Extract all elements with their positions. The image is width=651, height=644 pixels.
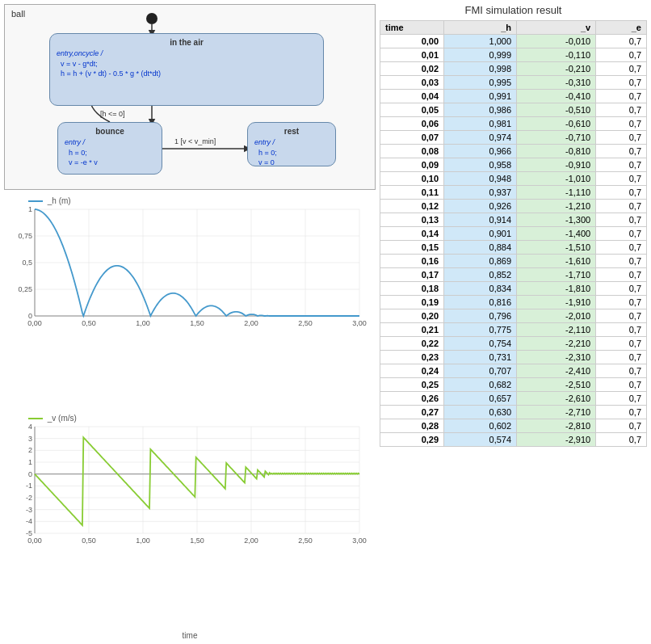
- table-body: 0,00 1,000 -0,010 0,7 0,01 0,999 -0,110 …: [380, 35, 647, 447]
- cell-v: -1,810: [517, 282, 596, 296]
- table-row: 0,21 0,775 -2,110 0,7: [380, 323, 647, 337]
- cell-v: -1,400: [517, 227, 596, 241]
- table-row: 0,11 0,937 -1,110 0,7: [380, 186, 647, 200]
- table-row: 0,24 0,707 -2,410 0,7: [380, 364, 647, 378]
- cell-h: 0,914: [444, 213, 517, 227]
- cell-v: -1,300: [517, 213, 596, 227]
- svg-text:[h <= 0]: [h <= 0]: [100, 110, 125, 118]
- cell-e: 0,7: [596, 131, 647, 145]
- diagram-container: ball [h <= 0] 1 [v < v_min] 2 always: [4, 4, 376, 190]
- cell-time: 0,12: [380, 200, 444, 213]
- cell-e: 0,7: [596, 158, 647, 172]
- col-v: _v: [517, 21, 596, 35]
- cell-e: 0,7: [596, 378, 647, 392]
- table-row: 0,29 0,574 -2,910 0,7: [380, 433, 647, 447]
- cell-time: 0,25: [380, 378, 444, 392]
- cell-v: -2,210: [517, 337, 596, 351]
- cell-v: -1,610: [517, 255, 596, 268]
- cell-h: 0,948: [444, 172, 517, 186]
- cell-v: -1,210: [517, 200, 596, 213]
- table-row: 0,22 0,754 -2,210 0,7: [380, 337, 647, 351]
- cell-h: 0,901: [444, 227, 517, 241]
- cell-e: 0,7: [596, 117, 647, 131]
- cell-v: -0,610: [517, 117, 596, 131]
- state-rest: rest entry / h = 0; v = 0: [247, 122, 336, 166]
- h-chart-label-text: _h (m): [48, 196, 71, 205]
- cell-h: 0,884: [444, 241, 517, 255]
- table-row: 0,05 0,986 -0,510 0,7: [380, 103, 647, 117]
- cell-time: 0,14: [380, 227, 444, 241]
- state-air: in the air entry,oncycle / v = v - g*dt;…: [49, 33, 324, 106]
- table-row: 0,03 0,995 -0,310 0,7: [380, 76, 647, 90]
- col-time: time: [380, 21, 444, 35]
- cell-e: 0,7: [596, 309, 647, 323]
- table-row: 0,14 0,901 -1,400 0,7: [380, 227, 647, 241]
- cell-e: 0,7: [596, 172, 647, 186]
- cell-time: 0,21: [380, 323, 444, 337]
- cell-time: 0,26: [380, 392, 444, 406]
- cell-e: 0,7: [596, 103, 647, 117]
- cell-e: 0,7: [596, 200, 647, 213]
- cell-h: 0,852: [444, 268, 517, 282]
- state-bounce-trigger: entry /: [65, 138, 85, 146]
- h-chart-label: _h (m): [4, 196, 376, 205]
- cell-h: 0,937: [444, 186, 517, 200]
- cell-v: -2,610: [517, 392, 596, 406]
- cell-v: -2,810: [517, 419, 596, 433]
- cell-e: 0,7: [596, 296, 647, 309]
- cell-h: 0,981: [444, 117, 517, 131]
- cell-v: -2,010: [517, 309, 596, 323]
- cell-e: 0,7: [596, 406, 647, 419]
- col-h: _h: [444, 21, 517, 35]
- table-row: 0,06 0,981 -0,610 0,7: [380, 117, 647, 131]
- cell-time: 0,02: [380, 62, 444, 76]
- cell-h: 1,000: [444, 35, 517, 48]
- cell-v: -2,710: [517, 406, 596, 419]
- table-title: FMI simulation result: [380, 4, 647, 16]
- table-header-row: time _h _v _e: [380, 21, 647, 35]
- table-row: 0,01 0,999 -0,110 0,7: [380, 48, 647, 62]
- cell-v: -2,410: [517, 364, 596, 378]
- state-bounce: bounce entry / h = 0; v = -e * v: [57, 122, 162, 175]
- table-row: 0,26 0,657 -2,610 0,7: [380, 392, 647, 406]
- table-row: 0,13 0,914 -1,300 0,7: [380, 213, 647, 227]
- cell-v: -0,210: [517, 62, 596, 76]
- cell-h: 0,707: [444, 364, 517, 378]
- cell-h: 0,731: [444, 351, 517, 364]
- cell-v: -1,710: [517, 268, 596, 282]
- v-chart-wrapper: [4, 423, 376, 631]
- h-chart-canvas: [4, 205, 368, 330]
- cell-time: 0,15: [380, 241, 444, 255]
- table-scroll[interactable]: time _h _v _e 0,00 1,000 -0,010 0,7 0,01…: [380, 20, 647, 640]
- state-bounce-title: bounce: [65, 127, 155, 136]
- table-row: 0,10 0,948 -1,010 0,7: [380, 172, 647, 186]
- cell-time: 0,17: [380, 268, 444, 282]
- cell-v: -2,510: [517, 378, 596, 392]
- cell-h: 0,869: [444, 255, 517, 268]
- table-row: 0,17 0,852 -1,710 0,7: [380, 268, 647, 282]
- state-rest-title: rest: [254, 127, 329, 136]
- cell-h: 0,796: [444, 309, 517, 323]
- cell-h: 0,816: [444, 296, 517, 309]
- cell-e: 0,7: [596, 433, 647, 447]
- h-chart-wrapper: [4, 205, 376, 414]
- cell-time: 0,05: [380, 103, 444, 117]
- cell-time: 0,23: [380, 351, 444, 364]
- table-row: 0,20 0,796 -2,010 0,7: [380, 309, 647, 323]
- cell-v: -1,010: [517, 172, 596, 186]
- cell-time: 0,24: [380, 364, 444, 378]
- table-row: 0,28 0,602 -2,810 0,7: [380, 419, 647, 433]
- table-header: time _h _v _e: [380, 21, 647, 35]
- cell-v: -0,110: [517, 48, 596, 62]
- cell-v: -0,310: [517, 76, 596, 90]
- table-row: 0,25 0,682 -2,510 0,7: [380, 378, 647, 392]
- cell-e: 0,7: [596, 145, 647, 158]
- table-row: 0,18 0,834 -1,810 0,7: [380, 282, 647, 296]
- x-axis-label: time: [4, 631, 376, 640]
- table-row: 0,16 0,869 -1,610 0,7: [380, 255, 647, 268]
- table-row: 0,09 0,958 -0,910 0,7: [380, 158, 647, 172]
- cell-h: 0,682: [444, 378, 517, 392]
- cell-time: 0,19: [380, 296, 444, 309]
- cell-time: 0,27: [380, 406, 444, 419]
- cell-e: 0,7: [596, 268, 647, 282]
